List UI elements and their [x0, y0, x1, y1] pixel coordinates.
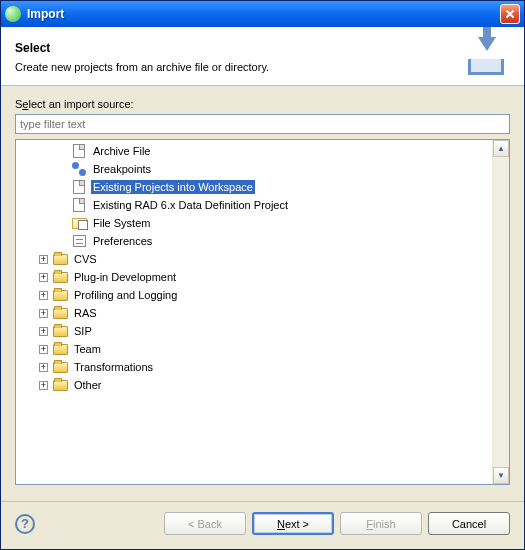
tree-item[interactable]: +Transformations — [16, 358, 492, 376]
back-button: < Back — [164, 512, 246, 535]
tree-item[interactable]: File System — [16, 214, 492, 232]
tree-item-label: CVS — [72, 252, 99, 266]
tree-item-label: File System — [91, 216, 152, 230]
tree-item-label: Other — [72, 378, 104, 392]
window-title: Import — [27, 7, 500, 21]
tree-item-label: Breakpoints — [91, 162, 153, 176]
filter-input[interactable] — [15, 114, 510, 134]
breakpoints-icon — [71, 161, 87, 177]
folder-icon — [52, 251, 68, 267]
preferences-icon — [71, 233, 87, 249]
folder-icon — [52, 341, 68, 357]
expand-icon[interactable]: + — [39, 381, 48, 390]
document-icon — [71, 143, 87, 159]
button-bar: ? < Back Next > Finish Cancel — [1, 501, 524, 549]
titlebar: Import — [1, 1, 524, 27]
tree-item-label: SIP — [72, 324, 94, 338]
tree-item-label: Plug-in Development — [72, 270, 178, 284]
app-icon — [5, 6, 21, 22]
import-source-tree[interactable]: Archive FileBreakpointsExisting Projects… — [16, 140, 492, 484]
folder-icon — [52, 323, 68, 339]
document-icon — [71, 179, 87, 195]
tree-item[interactable]: +Other — [16, 376, 492, 394]
tree-item[interactable]: +SIP — [16, 322, 492, 340]
tree-item[interactable]: +Team — [16, 340, 492, 358]
folder-icon — [52, 287, 68, 303]
folder-icon — [52, 305, 68, 321]
tree-item-label: Existing Projects into Workspace — [91, 180, 255, 194]
tree-item[interactable]: +CVS — [16, 250, 492, 268]
tree-item[interactable]: Archive File — [16, 142, 492, 160]
close-button[interactable] — [500, 4, 520, 24]
scrollbar[interactable]: ▲ ▼ — [492, 140, 509, 484]
tree-item[interactable]: Breakpoints — [16, 160, 492, 178]
tree-item[interactable]: +Profiling and Logging — [16, 286, 492, 304]
scroll-up-button[interactable]: ▲ — [493, 140, 509, 157]
tree-item[interactable]: Preferences — [16, 232, 492, 250]
filesystem-icon — [71, 215, 87, 231]
import-icon — [464, 37, 510, 77]
tree-item-label: Profiling and Logging — [72, 288, 179, 302]
expand-icon[interactable]: + — [39, 345, 48, 354]
import-dialog: Import Select Create new projects from a… — [0, 0, 525, 550]
expand-icon[interactable]: + — [39, 291, 48, 300]
tree-item-label: Existing RAD 6.x Data Definition Project — [91, 198, 290, 212]
tree-item-label: RAS — [72, 306, 99, 320]
tree-item[interactable]: Existing RAD 6.x Data Definition Project — [16, 196, 492, 214]
expand-icon[interactable]: + — [39, 273, 48, 282]
header-text: Select Create new projects from an archi… — [15, 41, 464, 73]
tree-item-label: Preferences — [91, 234, 154, 248]
tree-item[interactable]: Existing Projects into Workspace — [16, 178, 492, 196]
folder-icon — [52, 359, 68, 375]
source-label: Select an import source: — [15, 98, 510, 110]
expand-icon[interactable]: + — [39, 327, 48, 336]
tree-item-label: Transformations — [72, 360, 155, 374]
expand-icon[interactable]: + — [39, 309, 48, 318]
scroll-down-button[interactable]: ▼ — [493, 467, 509, 484]
content-area: Select an import source: Archive FileBre… — [1, 86, 524, 501]
expand-icon[interactable]: + — [39, 363, 48, 372]
help-button[interactable]: ? — [15, 514, 35, 534]
tree-item-label: Archive File — [91, 144, 152, 158]
header-title: Select — [15, 41, 464, 55]
tree-item[interactable]: +RAS — [16, 304, 492, 322]
finish-button: Finish — [340, 512, 422, 535]
folder-icon — [52, 269, 68, 285]
document-icon — [71, 197, 87, 213]
next-button[interactable]: Next > — [252, 512, 334, 535]
header-description: Create new projects from an archive file… — [15, 61, 464, 73]
tree-item[interactable]: +Plug-in Development — [16, 268, 492, 286]
folder-icon — [52, 377, 68, 393]
wizard-header: Select Create new projects from an archi… — [1, 27, 524, 86]
tree-item-label: Team — [72, 342, 103, 356]
cancel-button[interactable]: Cancel — [428, 512, 510, 535]
expand-icon[interactable]: + — [39, 255, 48, 264]
tree-container: Archive FileBreakpointsExisting Projects… — [15, 139, 510, 485]
